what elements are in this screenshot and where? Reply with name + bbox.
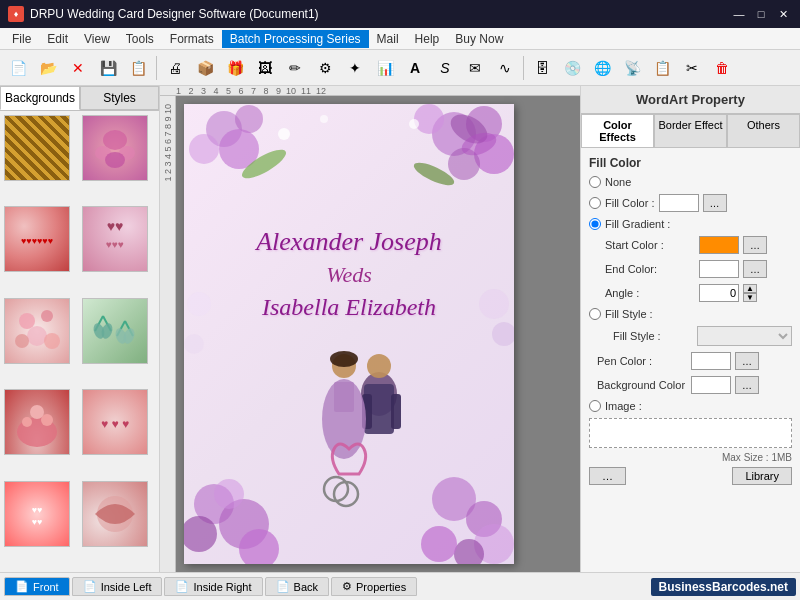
tb-image[interactable]: 🖼 <box>251 54 279 82</box>
svg-point-21 <box>22 417 32 427</box>
end-color-pick-btn[interactable]: … <box>743 260 767 278</box>
list-item[interactable] <box>4 298 70 364</box>
tab-inside-left[interactable]: 📄 Inside Left <box>72 577 163 596</box>
library-btn[interactable]: Library <box>732 467 792 485</box>
tb-settings[interactable]: ⚙ <box>311 54 339 82</box>
angle-spinners: ▲ ▼ <box>743 284 757 302</box>
tb-wave[interactable]: ∿ <box>491 54 519 82</box>
bg-color-pick-btn[interactable]: … <box>735 376 759 394</box>
minimize-button[interactable]: — <box>730 5 748 23</box>
tb-save[interactable]: 💾 <box>94 54 122 82</box>
tb-gift[interactable]: 🎁 <box>221 54 249 82</box>
fill-color-swatch[interactable] <box>659 194 699 212</box>
tb-cut[interactable]: ✂ <box>678 54 706 82</box>
list-item[interactable]: ♥♥♥♥♥♥ <box>4 206 70 272</box>
tab-backgrounds[interactable]: Backgrounds <box>0 86 80 110</box>
browse-btn[interactable]: … <box>589 467 626 485</box>
right-panel: WordArt Property Color Effects Border Ef… <box>580 86 800 572</box>
fill-style-row: Fill Style : <box>597 326 792 346</box>
tb-text[interactable]: A <box>401 54 429 82</box>
fill-style-select[interactable] <box>697 326 792 346</box>
design-canvas[interactable]: Alexander Joseph Weds Isabella Elizabeth <box>184 104 514 564</box>
start-color-row: Start Color : … <box>605 236 792 254</box>
tab-color-effects[interactable]: Color Effects <box>581 114 654 147</box>
fill-gradient-radio[interactable] <box>589 218 601 230</box>
tab-properties[interactable]: ⚙ Properties <box>331 577 417 596</box>
svg-rect-65 <box>334 382 354 412</box>
property-content: Fill Color None Fill Color : … Fill Grad… <box>581 148 800 572</box>
svg-point-11 <box>44 333 60 349</box>
svg-point-3 <box>105 152 125 168</box>
tab-border-effect[interactable]: Border Effect <box>654 114 727 147</box>
image-radio[interactable] <box>589 400 601 412</box>
list-item[interactable]: ♥♥♥♥ <box>4 481 70 547</box>
tb-open[interactable]: 📂 <box>34 54 62 82</box>
image-path-box[interactable] <box>589 418 792 448</box>
list-item[interactable] <box>82 115 148 181</box>
start-color-pick-btn[interactable]: … <box>743 236 767 254</box>
tb-mail[interactable]: ✉ <box>461 54 489 82</box>
tab-back[interactable]: 📄 Back <box>265 577 329 596</box>
tb-web[interactable]: 🌐 <box>588 54 616 82</box>
canvas-wrapper[interactable]: Alexander Joseph Weds Isabella Elizabeth <box>176 96 580 572</box>
list-item[interactable] <box>82 298 148 364</box>
tb-close[interactable]: ✕ <box>64 54 92 82</box>
angle-input[interactable] <box>699 284 739 302</box>
list-item[interactable]: ♥♥♥♥♥ <box>82 206 148 272</box>
angle-up-btn[interactable]: ▲ <box>743 284 757 293</box>
tb-pen[interactable]: ✏ <box>281 54 309 82</box>
menu-formats[interactable]: Formats <box>162 30 222 48</box>
tb-clip[interactable]: 📋 <box>648 54 676 82</box>
menu-edit[interactable]: Edit <box>39 30 76 48</box>
tb-db1[interactable]: 🗄 <box>528 54 556 82</box>
pen-color-swatch[interactable] <box>691 352 731 370</box>
tb-chart[interactable]: 📊 <box>371 54 399 82</box>
tb-db2[interactable]: 💿 <box>558 54 586 82</box>
menu-help[interactable]: Help <box>407 30 448 48</box>
bottom-tabs: 📄 Front 📄 Inside Left 📄 Inside Right 📄 B… <box>4 577 417 596</box>
start-color-swatch[interactable] <box>699 236 739 254</box>
panel-tabs: Backgrounds Styles <box>0 86 159 111</box>
tab-others[interactable]: Others <box>727 114 800 147</box>
list-item[interactable]: ♥ ♥ ♥ <box>82 389 148 455</box>
menu-view[interactable]: View <box>76 30 118 48</box>
menu-file[interactable]: File <box>4 30 39 48</box>
fill-none-label: None <box>605 176 631 188</box>
fill-color-pick-btn[interactable]: … <box>703 194 727 212</box>
tb-saveas[interactable]: 📋 <box>124 54 152 82</box>
list-item[interactable] <box>4 115 70 181</box>
menu-mail[interactable]: Mail <box>369 30 407 48</box>
tab-inside-right[interactable]: 📄 Inside Right <box>164 577 262 596</box>
menu-tools[interactable]: Tools <box>118 30 162 48</box>
tb-star[interactable]: ✦ <box>341 54 369 82</box>
toolbar-sep-2 <box>523 56 524 80</box>
menu-buynow[interactable]: Buy Now <box>447 30 511 48</box>
svg-point-57 <box>184 334 204 354</box>
list-item[interactable] <box>82 481 148 547</box>
fill-style-radio[interactable] <box>589 308 601 320</box>
svg-rect-62 <box>391 394 401 429</box>
tb-print[interactable]: 🖨 <box>161 54 189 82</box>
app-icon: ♦ <box>8 6 24 22</box>
list-item[interactable] <box>4 389 70 455</box>
maximize-button[interactable]: □ <box>752 5 770 23</box>
pen-color-pick-btn[interactable]: … <box>735 352 759 370</box>
tab-front[interactable]: 📄 Front <box>4 577 70 596</box>
angle-down-btn[interactable]: ▼ <box>743 293 757 302</box>
menubar: File Edit View Tools Formats Batch Proce… <box>0 28 800 50</box>
svg-point-59 <box>367 354 391 378</box>
tb-stylish[interactable]: S <box>431 54 459 82</box>
tab-styles[interactable]: Styles <box>80 86 159 110</box>
inside-right-label: Inside Right <box>193 581 251 593</box>
end-color-swatch[interactable] <box>699 260 739 278</box>
bg-color-swatch[interactable] <box>691 376 731 394</box>
tb-delete[interactable]: 🗑 <box>708 54 736 82</box>
tb-new[interactable]: 📄 <box>4 54 32 82</box>
tb-signal[interactable]: 📡 <box>618 54 646 82</box>
tb-package[interactable]: 📦 <box>191 54 219 82</box>
fill-color-radio[interactable] <box>589 197 601 209</box>
close-button[interactable]: ✕ <box>774 5 792 23</box>
menu-batch[interactable]: Batch Processing Series <box>222 30 369 48</box>
properties-icon: ⚙ <box>342 580 352 593</box>
fill-none-radio[interactable] <box>589 176 601 188</box>
